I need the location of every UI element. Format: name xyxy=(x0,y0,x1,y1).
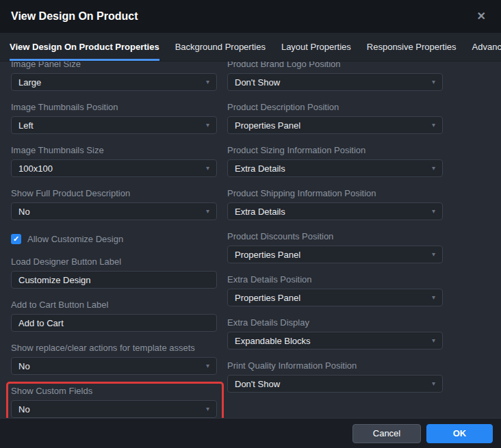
properties-form: Image Panel Size Large ▾ Image Thumbnail… xyxy=(0,62,501,418)
allow-customize-design-checkbox[interactable]: ✓ xyxy=(11,234,21,244)
select-value: Left xyxy=(18,120,34,131)
select-value: Expandable Blocks xyxy=(235,336,311,346)
chevron-down-icon: ▾ xyxy=(206,79,209,85)
show-full-product-description-select[interactable]: No ▾ xyxy=(11,202,217,220)
field-product-discounts-position: Product Discounts Position Properties Pa… xyxy=(227,231,443,263)
field-show-full-product-description: Show Full Product Description No ▾ xyxy=(11,188,217,220)
select-value: Large xyxy=(18,77,41,88)
field-label: Image Thumbnails Position xyxy=(11,102,217,112)
product-sizing-information-position-select[interactable]: Extra Details ▾ xyxy=(227,159,443,177)
select-value: Extra Details xyxy=(235,163,285,174)
view-design-on-product-modal: View Design On Product ✕ View Design On … xyxy=(0,0,501,448)
modal-title: View Design On Product xyxy=(11,10,473,23)
field-allow-customize-design: ✓ Allow Customize Design xyxy=(11,234,217,244)
select-value: Properties Panel xyxy=(235,250,300,260)
field-label: Show Full Product Description xyxy=(11,188,217,198)
chevron-down-icon: ▾ xyxy=(432,337,435,344)
chevron-down-icon: ▾ xyxy=(206,165,209,172)
form-column-left: Image Panel Size Large ▾ Image Thumbnail… xyxy=(11,62,217,418)
image-panel-size-select[interactable]: Large ▾ xyxy=(11,73,217,91)
load-designer-button-label-input[interactable] xyxy=(11,271,217,289)
chevron-down-icon: ▾ xyxy=(432,251,435,258)
tab-responsive-properties[interactable]: Responsive Properties xyxy=(367,33,457,61)
form-column-right: Product Brand Logo Position Don't Show ▾… xyxy=(227,62,443,418)
field-label: Show replace/clear actions for template … xyxy=(11,343,217,353)
field-product-description-position: Product Description Position Properties … xyxy=(227,102,443,134)
field-product-sizing-information-position: Product Sizing Information Position Extr… xyxy=(227,145,443,177)
properties-tab-bar: View Design On Product Properties Backgr… xyxy=(0,33,501,62)
chevron-down-icon: ▾ xyxy=(432,208,435,215)
checkbox-label[interactable]: Allow Customize Design xyxy=(27,234,123,244)
select-value: Properties Panel xyxy=(235,120,300,131)
field-label: Image Thumbnails Size xyxy=(11,145,217,155)
field-print-quality-information-position: Print Quality Information Position Don't… xyxy=(227,360,443,393)
field-label: Product Discounts Position xyxy=(227,231,443,241)
show-custom-fields-select[interactable]: No ▾ xyxy=(11,400,217,418)
tab-advanced[interactable]: Advanced xyxy=(472,33,501,61)
select-value: Don't Show xyxy=(235,77,280,88)
chevron-down-icon: ▾ xyxy=(432,122,435,129)
product-shipping-information-position-select[interactable]: Extra Details ▾ xyxy=(227,202,443,220)
field-label: Show Custom Fields xyxy=(11,386,217,396)
extra-details-display-select[interactable]: Expandable Blocks ▾ xyxy=(227,332,443,350)
field-label: Product Description Position xyxy=(227,102,443,112)
chevron-down-icon: ▾ xyxy=(432,294,435,301)
field-image-thumbnails-size: Image Thumbnails Size 100x100 ▾ xyxy=(11,145,217,177)
cancel-button[interactable]: Cancel xyxy=(352,424,421,443)
select-value: No xyxy=(18,207,30,217)
tab-layout-properties[interactable]: Layout Properties xyxy=(281,33,351,61)
chevron-down-icon: ▾ xyxy=(206,363,209,369)
tab-background-properties[interactable]: Background Properties xyxy=(175,33,266,61)
product-brand-logo-position-select[interactable]: Don't Show ▾ xyxy=(227,73,443,91)
select-value: No xyxy=(18,361,30,371)
image-thumbnails-position-select[interactable]: Left ▾ xyxy=(11,116,217,134)
chevron-down-icon: ▾ xyxy=(432,165,435,172)
field-add-to-cart-button-label: Add to Cart Button Label xyxy=(11,300,217,332)
image-thumbnails-size-select[interactable]: 100x100 ▾ xyxy=(11,159,217,177)
select-value: Properties Panel xyxy=(235,293,300,303)
close-icon[interactable]: ✕ xyxy=(473,8,490,25)
print-quality-information-position-select[interactable]: Don't Show ▾ xyxy=(227,375,443,393)
add-to-cart-button-label-input[interactable] xyxy=(11,314,217,332)
field-show-replace-clear-actions: Show replace/clear actions for template … xyxy=(11,343,217,375)
field-label: Product Brand Logo Position xyxy=(227,62,443,69)
select-value: Extra Details xyxy=(235,207,285,217)
show-replace-clear-actions-select[interactable]: No ▾ xyxy=(11,357,217,375)
field-label: Image Panel Size xyxy=(11,62,217,69)
field-load-designer-button-label: Load Designer Button Label xyxy=(11,256,217,289)
field-label: Extra Details Display xyxy=(227,317,443,328)
select-value: Don't Show xyxy=(235,379,280,389)
field-label: Product Sizing Information Position xyxy=(227,145,443,155)
chevron-down-icon: ▾ xyxy=(432,380,435,387)
chevron-down-icon: ▾ xyxy=(432,79,435,85)
field-extra-details-display: Extra Details Display Expandable Blocks … xyxy=(227,317,443,350)
form-columns: Image Panel Size Large ▾ Image Thumbnail… xyxy=(11,62,490,418)
extra-details-position-select[interactable]: Properties Panel ▾ xyxy=(227,289,443,306)
product-discounts-position-select[interactable]: Properties Panel ▾ xyxy=(227,246,443,263)
chevron-down-icon: ▾ xyxy=(206,406,209,412)
ok-button[interactable]: OK xyxy=(426,424,493,443)
modal-header: View Design On Product ✕ xyxy=(0,0,501,33)
chevron-down-icon: ▾ xyxy=(206,208,209,215)
product-description-position-select[interactable]: Properties Panel ▾ xyxy=(227,116,443,134)
field-label: Load Designer Button Label xyxy=(11,256,217,267)
select-value: No xyxy=(18,404,30,414)
field-product-brand-logo-position: Product Brand Logo Position Don't Show ▾ xyxy=(227,62,443,91)
field-label: Extra Details Position xyxy=(227,274,443,285)
field-extra-details-position: Extra Details Position Properties Panel … xyxy=(227,274,443,306)
field-image-panel-size: Image Panel Size Large ▾ xyxy=(11,62,217,91)
chevron-down-icon: ▾ xyxy=(206,122,209,129)
select-value: 100x100 xyxy=(18,163,53,174)
field-label: Print Quality Information Position xyxy=(227,360,443,371)
field-image-thumbnails-position: Image Thumbnails Position Left ▾ xyxy=(11,102,217,134)
field-product-shipping-information-position: Product Shipping Information Position Ex… xyxy=(227,188,443,220)
check-icon: ✓ xyxy=(13,235,19,243)
modal-footer: Cancel OK xyxy=(0,418,501,448)
field-show-custom-fields: Show Custom Fields No ▾ xyxy=(11,386,217,418)
field-label: Add to Cart Button Label xyxy=(11,300,217,310)
tab-view-design-on-product-properties[interactable]: View Design On Product Properties xyxy=(10,33,159,61)
field-label: Product Shipping Information Position xyxy=(227,188,443,198)
